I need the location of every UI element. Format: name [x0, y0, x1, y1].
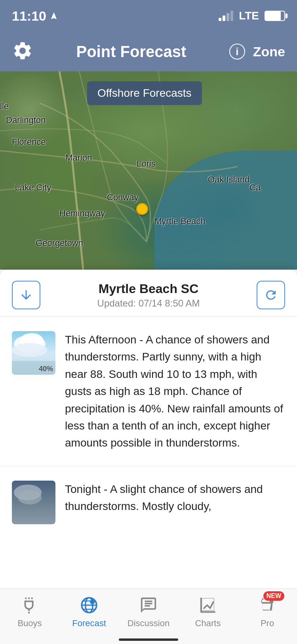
city-label-ca: Ca	[249, 182, 261, 193]
city-label-hemingway: Hemingway	[59, 208, 105, 218]
tab-charts-label: Charts	[195, 618, 221, 629]
tab-discussion-label: Discussion	[128, 618, 169, 629]
refresh-icon	[264, 288, 278, 302]
home-indicator	[119, 638, 178, 641]
tab-forecast[interactable]: Forecast	[65, 595, 113, 629]
map-view[interactable]: lle Darlington Florence Marion Loris Lak…	[0, 71, 297, 270]
tab-charts[interactable]: Charts	[184, 595, 232, 629]
tab-pro-label: Pro	[261, 618, 274, 629]
city-label-oakisland: Oak Island	[208, 174, 249, 185]
forecast-entry-afternoon: 40% This Afternoon - A chance of showers…	[0, 317, 297, 466]
down-arrow-icon	[19, 288, 33, 302]
precip-chance-afternoon: 40%	[39, 365, 53, 373]
offshore-tooltip[interactable]: Offshore Forecasts	[87, 81, 202, 105]
nav-header: Point Forecast i Zone	[0, 32, 297, 71]
tab-buoys-label: Buoys	[17, 618, 42, 629]
tab-buoys[interactable]: Buoys	[6, 595, 53, 629]
city-label-conway: Conway	[107, 192, 138, 203]
city-label-florence: Florence	[12, 137, 46, 147]
forecast-thumb-afternoon: 40%	[12, 331, 55, 375]
tab-forecast-label: Forecast	[72, 618, 106, 629]
city-label-lle: lle	[0, 101, 9, 111]
forecast-text-afternoon: This Afternoon - A chance of showers and…	[65, 331, 285, 452]
tab-pro[interactable]: NEW Pro	[244, 595, 291, 629]
collapse-button[interactable]	[12, 281, 40, 309]
location-arrow-icon	[50, 12, 58, 20]
info-button[interactable]: i	[229, 44, 245, 59]
network-type: LTE	[239, 10, 259, 22]
svg-point-5	[90, 599, 95, 604]
status-time: 11:10	[12, 8, 58, 24]
tab-discussion[interactable]: Discussion	[125, 595, 172, 629]
new-badge: NEW	[263, 591, 284, 601]
status-right: LTE	[219, 10, 285, 22]
settings-button[interactable]	[12, 40, 33, 63]
panel-updated: Updated: 07/14 8:50 AM	[40, 298, 257, 309]
forecast-icon	[79, 595, 99, 615]
forecast-thumb-tonight	[12, 481, 55, 524]
panel-header: Myrtle Beach SC Updated: 07/14 8:50 AM	[0, 270, 297, 317]
charts-icon	[199, 596, 217, 614]
panel-location: Myrtle Beach SC	[40, 282, 257, 296]
zone-button[interactable]: Zone	[253, 44, 285, 59]
city-label-darlington: Darlington	[6, 115, 46, 125]
buoys-icon	[21, 596, 39, 614]
city-label-myrtlebeach: Myrtle Beach	[154, 216, 205, 226]
refresh-button[interactable]	[257, 281, 285, 309]
city-label-marion: Marion	[65, 153, 92, 163]
signal-bars	[219, 11, 233, 21]
location-pin[interactable]	[136, 203, 148, 215]
battery-icon	[265, 11, 285, 21]
forecast-panel: Myrtle Beach SC Updated: 07/14 8:50 AM 4…	[0, 270, 297, 588]
status-bar: 11:10 LTE	[0, 0, 297, 32]
page-title: Point Forecast	[33, 43, 229, 61]
city-label-lakecity: Lake City	[15, 182, 51, 193]
discussion-icon	[139, 596, 158, 614]
city-label-loris: Loris	[137, 159, 156, 169]
tab-bar: Buoys Forecast Discussion	[0, 588, 297, 644]
city-label-georgetown: Georgetown	[36, 238, 83, 248]
forecast-text-tonight: Tonight - A slight chance of showers and…	[65, 481, 285, 515]
forecast-entry-tonight: Tonight - A slight chance of showers and…	[0, 466, 297, 539]
gear-icon	[12, 40, 33, 61]
